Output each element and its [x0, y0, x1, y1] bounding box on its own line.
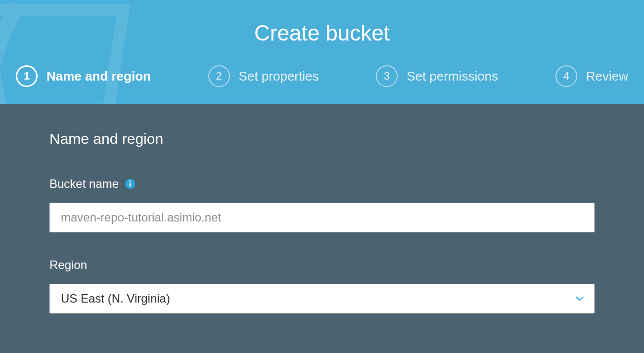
svg-rect-1: [130, 183, 131, 186]
bucket-name-label: Bucket name: [49, 177, 595, 191]
step-set-permissions[interactable]: 3 Set permissions: [376, 65, 498, 87]
step-number-1: 1: [16, 65, 38, 87]
wizard-steps: 1 Name and region 2 Set properties 3 Set…: [0, 60, 644, 104]
section-heading: Name and region: [49, 131, 595, 147]
region-label: Region: [49, 258, 595, 272]
step-review[interactable]: 4 Review: [555, 65, 628, 87]
svg-point-2: [129, 180, 131, 182]
step-number-4: 4: [555, 65, 577, 87]
bucket-name-input[interactable]: [49, 203, 595, 232]
region-selected-value: US East (N. Virginia): [61, 292, 170, 306]
step-number-2: 2: [208, 65, 230, 87]
page-title: Create bucket: [0, 0, 644, 60]
form-panel: Name and region Bucket name Region US Ea…: [0, 104, 644, 333]
step-name-and-region[interactable]: 1 Name and region: [16, 65, 151, 87]
bucket-name-label-text: Bucket name: [49, 177, 119, 191]
step-label-3: Set permissions: [407, 69, 498, 84]
step-label-4: Review: [586, 69, 628, 84]
region-select[interactable]: US East (N. Virginia): [49, 284, 595, 313]
step-label-2: Set properties: [239, 69, 319, 84]
step-set-properties[interactable]: 2 Set properties: [208, 65, 319, 87]
step-label-1: Name and region: [46, 69, 151, 84]
info-icon[interactable]: [125, 178, 136, 189]
wizard-header: Create bucket 1 Name and region 2 Set pr…: [0, 0, 644, 104]
region-label-text: Region: [49, 258, 87, 272]
step-number-3: 3: [376, 65, 398, 87]
